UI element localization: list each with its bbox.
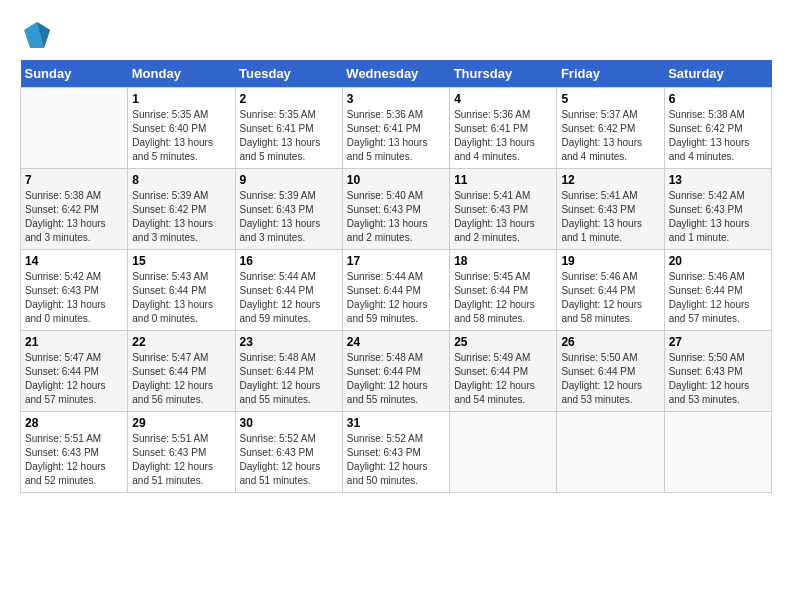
- day-number: 16: [240, 254, 338, 268]
- day-number: 23: [240, 335, 338, 349]
- day-number: 29: [132, 416, 230, 430]
- calendar-cell: 15Sunrise: 5:43 AMSunset: 6:44 PMDayligh…: [128, 250, 235, 331]
- day-number: 20: [669, 254, 767, 268]
- day-number: 30: [240, 416, 338, 430]
- day-number: 25: [454, 335, 552, 349]
- calendar-cell: 19Sunrise: 5:46 AMSunset: 6:44 PMDayligh…: [557, 250, 664, 331]
- day-info: Sunrise: 5:47 AMSunset: 6:44 PMDaylight:…: [25, 351, 123, 407]
- day-info: Sunrise: 5:42 AMSunset: 6:43 PMDaylight:…: [25, 270, 123, 326]
- day-info: Sunrise: 5:35 AMSunset: 6:41 PMDaylight:…: [240, 108, 338, 164]
- day-info: Sunrise: 5:51 AMSunset: 6:43 PMDaylight:…: [132, 432, 230, 488]
- calendar-cell: 11Sunrise: 5:41 AMSunset: 6:43 PMDayligh…: [450, 169, 557, 250]
- calendar-cell: 1Sunrise: 5:35 AMSunset: 6:40 PMDaylight…: [128, 88, 235, 169]
- calendar-cell: 8Sunrise: 5:39 AMSunset: 6:42 PMDaylight…: [128, 169, 235, 250]
- day-info: Sunrise: 5:35 AMSunset: 6:40 PMDaylight:…: [132, 108, 230, 164]
- day-info: Sunrise: 5:41 AMSunset: 6:43 PMDaylight:…: [454, 189, 552, 245]
- header-saturday: Saturday: [664, 60, 771, 88]
- calendar-cell: 25Sunrise: 5:49 AMSunset: 6:44 PMDayligh…: [450, 331, 557, 412]
- calendar-cell: 24Sunrise: 5:48 AMSunset: 6:44 PMDayligh…: [342, 331, 449, 412]
- day-number: 28: [25, 416, 123, 430]
- day-number: 26: [561, 335, 659, 349]
- day-info: Sunrise: 5:51 AMSunset: 6:43 PMDaylight:…: [25, 432, 123, 488]
- calendar-cell: [557, 412, 664, 493]
- day-info: Sunrise: 5:43 AMSunset: 6:44 PMDaylight:…: [132, 270, 230, 326]
- calendar-table: Sunday Monday Tuesday Wednesday Thursday…: [20, 60, 772, 493]
- day-info: Sunrise: 5:45 AMSunset: 6:44 PMDaylight:…: [454, 270, 552, 326]
- calendar-cell: 6Sunrise: 5:38 AMSunset: 6:42 PMDaylight…: [664, 88, 771, 169]
- day-info: Sunrise: 5:48 AMSunset: 6:44 PMDaylight:…: [347, 351, 445, 407]
- day-number: 8: [132, 173, 230, 187]
- day-number: 31: [347, 416, 445, 430]
- calendar-cell: 9Sunrise: 5:39 AMSunset: 6:43 PMDaylight…: [235, 169, 342, 250]
- calendar-header: Sunday Monday Tuesday Wednesday Thursday…: [21, 60, 772, 88]
- day-info: Sunrise: 5:46 AMSunset: 6:44 PMDaylight:…: [669, 270, 767, 326]
- day-info: Sunrise: 5:49 AMSunset: 6:44 PMDaylight:…: [454, 351, 552, 407]
- calendar-cell: 10Sunrise: 5:40 AMSunset: 6:43 PMDayligh…: [342, 169, 449, 250]
- day-number: 6: [669, 92, 767, 106]
- calendar-cell: 14Sunrise: 5:42 AMSunset: 6:43 PMDayligh…: [21, 250, 128, 331]
- day-info: Sunrise: 5:41 AMSunset: 6:43 PMDaylight:…: [561, 189, 659, 245]
- day-info: Sunrise: 5:52 AMSunset: 6:43 PMDaylight:…: [347, 432, 445, 488]
- day-number: 1: [132, 92, 230, 106]
- day-number: 7: [25, 173, 123, 187]
- day-number: 11: [454, 173, 552, 187]
- header-tuesday: Tuesday: [235, 60, 342, 88]
- day-info: Sunrise: 5:38 AMSunset: 6:42 PMDaylight:…: [25, 189, 123, 245]
- calendar-cell: 4Sunrise: 5:36 AMSunset: 6:41 PMDaylight…: [450, 88, 557, 169]
- day-info: Sunrise: 5:36 AMSunset: 6:41 PMDaylight:…: [347, 108, 445, 164]
- calendar-cell: [450, 412, 557, 493]
- header-thursday: Thursday: [450, 60, 557, 88]
- day-number: 3: [347, 92, 445, 106]
- calendar-cell: 26Sunrise: 5:50 AMSunset: 6:44 PMDayligh…: [557, 331, 664, 412]
- calendar-cell: 7Sunrise: 5:38 AMSunset: 6:42 PMDaylight…: [21, 169, 128, 250]
- calendar-cell: 27Sunrise: 5:50 AMSunset: 6:43 PMDayligh…: [664, 331, 771, 412]
- day-number: 22: [132, 335, 230, 349]
- day-number: 5: [561, 92, 659, 106]
- day-number: 12: [561, 173, 659, 187]
- calendar-cell: 3Sunrise: 5:36 AMSunset: 6:41 PMDaylight…: [342, 88, 449, 169]
- day-number: 21: [25, 335, 123, 349]
- day-number: 15: [132, 254, 230, 268]
- day-number: 9: [240, 173, 338, 187]
- day-number: 27: [669, 335, 767, 349]
- calendar-cell: [21, 88, 128, 169]
- calendar-cell: 17Sunrise: 5:44 AMSunset: 6:44 PMDayligh…: [342, 250, 449, 331]
- day-number: 10: [347, 173, 445, 187]
- calendar-cell: [664, 412, 771, 493]
- day-info: Sunrise: 5:47 AMSunset: 6:44 PMDaylight:…: [132, 351, 230, 407]
- day-info: Sunrise: 5:38 AMSunset: 6:42 PMDaylight:…: [669, 108, 767, 164]
- calendar-cell: 12Sunrise: 5:41 AMSunset: 6:43 PMDayligh…: [557, 169, 664, 250]
- calendar-cell: 28Sunrise: 5:51 AMSunset: 6:43 PMDayligh…: [21, 412, 128, 493]
- day-number: 24: [347, 335, 445, 349]
- calendar-body: 1Sunrise: 5:35 AMSunset: 6:40 PMDaylight…: [21, 88, 772, 493]
- day-info: Sunrise: 5:39 AMSunset: 6:43 PMDaylight:…: [240, 189, 338, 245]
- calendar-week-row: 28Sunrise: 5:51 AMSunset: 6:43 PMDayligh…: [21, 412, 772, 493]
- day-info: Sunrise: 5:44 AMSunset: 6:44 PMDaylight:…: [347, 270, 445, 326]
- day-info: Sunrise: 5:39 AMSunset: 6:42 PMDaylight:…: [132, 189, 230, 245]
- day-number: 13: [669, 173, 767, 187]
- calendar-cell: 23Sunrise: 5:48 AMSunset: 6:44 PMDayligh…: [235, 331, 342, 412]
- day-info: Sunrise: 5:46 AMSunset: 6:44 PMDaylight:…: [561, 270, 659, 326]
- calendar-cell: 2Sunrise: 5:35 AMSunset: 6:41 PMDaylight…: [235, 88, 342, 169]
- day-number: 19: [561, 254, 659, 268]
- day-info: Sunrise: 5:40 AMSunset: 6:43 PMDaylight:…: [347, 189, 445, 245]
- calendar-week-row: 14Sunrise: 5:42 AMSunset: 6:43 PMDayligh…: [21, 250, 772, 331]
- calendar-week-row: 21Sunrise: 5:47 AMSunset: 6:44 PMDayligh…: [21, 331, 772, 412]
- day-number: 2: [240, 92, 338, 106]
- days-of-week-row: Sunday Monday Tuesday Wednesday Thursday…: [21, 60, 772, 88]
- header-friday: Friday: [557, 60, 664, 88]
- calendar-cell: 16Sunrise: 5:44 AMSunset: 6:44 PMDayligh…: [235, 250, 342, 331]
- day-info: Sunrise: 5:42 AMSunset: 6:43 PMDaylight:…: [669, 189, 767, 245]
- calendar-week-row: 7Sunrise: 5:38 AMSunset: 6:42 PMDaylight…: [21, 169, 772, 250]
- day-info: Sunrise: 5:36 AMSunset: 6:41 PMDaylight:…: [454, 108, 552, 164]
- logo: [20, 20, 52, 50]
- day-info: Sunrise: 5:37 AMSunset: 6:42 PMDaylight:…: [561, 108, 659, 164]
- day-info: Sunrise: 5:50 AMSunset: 6:43 PMDaylight:…: [669, 351, 767, 407]
- calendar-cell: 13Sunrise: 5:42 AMSunset: 6:43 PMDayligh…: [664, 169, 771, 250]
- calendar-week-row: 1Sunrise: 5:35 AMSunset: 6:40 PMDaylight…: [21, 88, 772, 169]
- header-monday: Monday: [128, 60, 235, 88]
- calendar-cell: 22Sunrise: 5:47 AMSunset: 6:44 PMDayligh…: [128, 331, 235, 412]
- calendar-cell: 31Sunrise: 5:52 AMSunset: 6:43 PMDayligh…: [342, 412, 449, 493]
- calendar-cell: 30Sunrise: 5:52 AMSunset: 6:43 PMDayligh…: [235, 412, 342, 493]
- day-number: 14: [25, 254, 123, 268]
